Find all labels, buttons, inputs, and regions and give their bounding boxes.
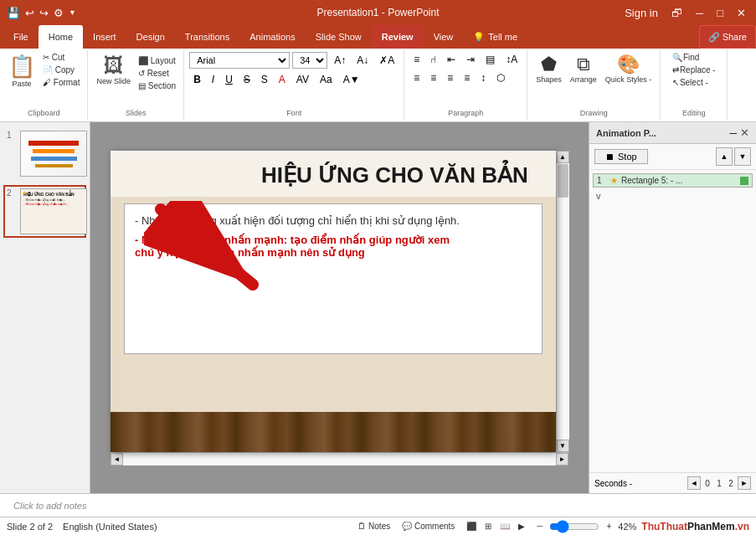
- content-line-1: - Nhóm hiệu ứng xuất hiện đối tượng chỉ …: [135, 214, 532, 227]
- panel-close-button[interactable]: ✕: [740, 126, 749, 139]
- share-button[interactable]: 🔗 Share: [699, 25, 756, 49]
- direction-button[interactable]: ↕A: [501, 52, 522, 67]
- scroll-left-button[interactable]: ◄: [111, 453, 123, 466]
- justify-button[interactable]: ≡: [460, 70, 474, 85]
- replace-button[interactable]: ⇄ Replace -: [670, 64, 718, 75]
- ribbon-tabs: File Home Insert Design Transitions Anim…: [0, 25, 756, 49]
- font-color-button[interactable]: A: [275, 72, 290, 87]
- quick-styles-button[interactable]: 🎨 Quick Styles -: [602, 52, 656, 85]
- bold-button[interactable]: B: [189, 72, 205, 87]
- tab-file[interactable]: File: [3, 25, 39, 49]
- dropdown-icon[interactable]: ▼: [69, 8, 76, 17]
- line-spacing-button[interactable]: ↕: [476, 70, 490, 85]
- zoom-in-button[interactable]: +: [603, 521, 615, 532]
- increase-indent-button[interactable]: ⇥: [462, 52, 479, 67]
- title-bar-left: 💾 ↩ ↪ ⚙ ▼: [7, 7, 76, 19]
- zoom-slider[interactable]: [549, 520, 599, 533]
- zoom-level: 42%: [618, 522, 636, 532]
- layout-button[interactable]: ⬛ Layout: [136, 55, 178, 66]
- slide-content-box[interactable]: - Nhóm hiệu ứng xuất hiện đối tượng chỉ …: [124, 203, 543, 354]
- font-color2-button[interactable]: A▼: [339, 72, 364, 87]
- tab-animations[interactable]: Animations: [239, 25, 305, 49]
- tab-insert[interactable]: Insert: [83, 25, 126, 49]
- animation-panel-header: Animation P... ─ ✕: [589, 122, 756, 144]
- vertical-scrollbar: ▲ ▼: [556, 151, 568, 452]
- align-right-button[interactable]: ≡: [443, 70, 457, 85]
- reading-view-button[interactable]: 📖: [496, 521, 513, 532]
- animation-item-1[interactable]: 1 ★ Rectangle 5: - ...: [593, 173, 753, 188]
- tab-home[interactable]: Home: [39, 25, 83, 49]
- minimize-button[interactable]: ─: [692, 5, 707, 21]
- tab-view[interactable]: View: [424, 25, 464, 49]
- quick-styles-icon: 🎨: [617, 54, 640, 75]
- notes-button[interactable]: 🗒 Notes: [354, 521, 393, 532]
- find-button[interactable]: 🔍 Find: [670, 52, 702, 63]
- restore-button[interactable]: 🗗: [668, 5, 686, 21]
- customize-icon[interactable]: ⚙: [54, 7, 64, 19]
- font-size-decrease-button[interactable]: A↓: [352, 53, 373, 68]
- tab-transitions[interactable]: Transitions: [175, 25, 239, 49]
- paragraph-group: ≡ ⑁ ⇤ ⇥ ▤ ↕A ≡ ≡ ≡ ≡ ↕ ⬡ Paragraph: [404, 50, 527, 120]
- char-spacing-button[interactable]: AV: [292, 72, 313, 87]
- anim-move-down-button[interactable]: ▼: [734, 147, 751, 166]
- tab-design[interactable]: Design: [126, 25, 175, 49]
- decrease-indent-button[interactable]: ⇤: [443, 52, 460, 67]
- anim-expand-button[interactable]: v: [593, 189, 753, 203]
- notes-area[interactable]: Click to add notes: [0, 493, 756, 517]
- panel-collapse-button[interactable]: ─: [729, 127, 737, 139]
- tab-review[interactable]: Review: [372, 25, 424, 49]
- font-size-select[interactable]: 34: [292, 52, 327, 69]
- format-painter-button[interactable]: 🖌 Format: [40, 77, 82, 88]
- font-size-increase-button[interactable]: A↑: [330, 53, 350, 68]
- maximize-button[interactable]: □: [713, 5, 727, 21]
- numbered-button[interactable]: ⑁: [426, 52, 440, 67]
- normal-view-button[interactable]: ⬛: [463, 521, 480, 532]
- scroll-up-button[interactable]: ▲: [557, 151, 569, 163]
- smartart-button[interactable]: ⬡: [492, 70, 509, 85]
- columns-button[interactable]: ▤: [481, 52, 499, 67]
- slide-title[interactable]: HIỆU ỨNG CHO VĂN BẢN: [261, 162, 528, 188]
- scroll-thumb[interactable]: [558, 164, 568, 198]
- arrange-button[interactable]: ⧉ Arrange: [567, 52, 600, 85]
- h-scroll-track: [123, 453, 556, 466]
- comments-button[interactable]: 💬 Comments: [399, 521, 458, 532]
- anim-move-up-button[interactable]: ▲: [716, 147, 733, 166]
- redo-icon[interactable]: ↪: [39, 7, 49, 19]
- lightbulb-icon: 💡: [473, 32, 485, 43]
- slide-thumb-1[interactable]: 1: [3, 127, 86, 180]
- reset-button[interactable]: ↺ Reset: [136, 68, 178, 79]
- paste-button[interactable]: 📋 Paste: [5, 52, 39, 90]
- section-button[interactable]: ▤ Section: [136, 80, 178, 91]
- shadow-button[interactable]: S: [257, 72, 272, 87]
- slide-thumb-2[interactable]: 2 ★ HIỆU ỨNG CHO VĂN BẢN - Nhóm hiệu ứng…: [3, 185, 86, 238]
- align-center-button[interactable]: ≡: [426, 70, 440, 85]
- bullets-button[interactable]: ≡: [409, 52, 424, 67]
- shapes-button[interactable]: ⬟ Shapes: [532, 52, 565, 85]
- zoom-out-button[interactable]: ─: [533, 521, 546, 532]
- new-slide-button[interactable]: 🖼 New Slide: [93, 52, 134, 87]
- italic-button[interactable]: I: [208, 72, 219, 87]
- undo-icon[interactable]: ↩: [25, 7, 34, 19]
- slide-sorter-button[interactable]: ⊞: [481, 521, 495, 532]
- save-icon[interactable]: 💾: [7, 7, 20, 19]
- select-button[interactable]: ↖ Select -: [670, 77, 711, 88]
- scroll-down-button[interactable]: ▼: [557, 440, 569, 452]
- change-case-button[interactable]: Aa: [316, 72, 337, 87]
- scroll-right-button[interactable]: ►: [556, 453, 568, 466]
- strikethrough-button[interactable]: S: [239, 72, 255, 87]
- cut-button[interactable]: ✂ Cut: [40, 52, 82, 63]
- align-left-button[interactable]: ≡: [409, 70, 424, 85]
- seconds-prev-button[interactable]: ◄: [687, 476, 701, 490]
- tab-slideshow[interactable]: Slide Show: [306, 25, 372, 49]
- copy-button[interactable]: 📄 Copy: [40, 64, 82, 75]
- clear-format-button[interactable]: ✗A: [375, 53, 399, 68]
- slideshow-view-button[interactable]: ▶: [515, 521, 528, 532]
- tab-tellme[interactable]: 💡 Tell me: [463, 25, 527, 49]
- seconds-next-button[interactable]: ►: [738, 476, 751, 490]
- signin-button[interactable]: Sign in: [621, 5, 661, 21]
- underline-button[interactable]: U: [221, 72, 237, 87]
- stop-button[interactable]: ⏹ Stop: [594, 149, 648, 164]
- close-button[interactable]: ✕: [733, 5, 749, 21]
- font-name-select[interactable]: Arial: [189, 52, 290, 69]
- slide-container[interactable]: HIỆU ỨNG CHO VĂN BẢN - Nhóm hiệu ứng xuấ…: [111, 151, 556, 452]
